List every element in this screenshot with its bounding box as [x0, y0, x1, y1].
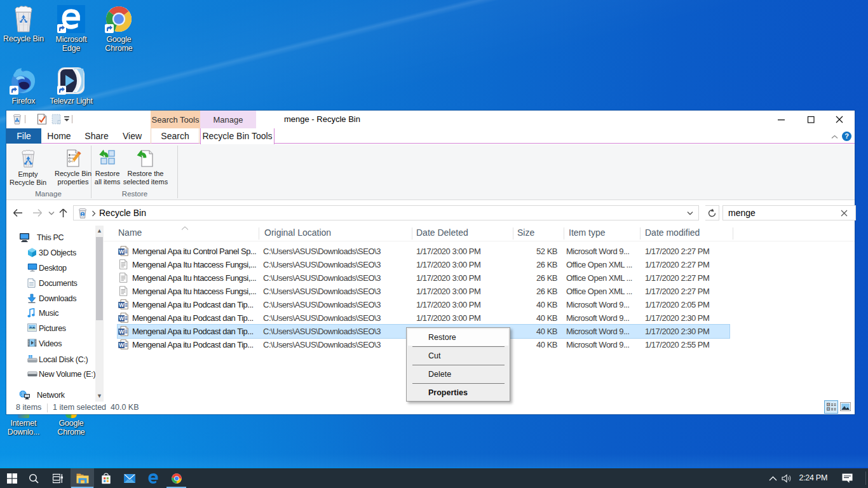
svg-text:W: W [119, 302, 124, 308]
svg-text:W: W [119, 342, 124, 348]
svg-text:W: W [119, 248, 124, 255]
svg-text:W: W [119, 315, 124, 322]
svg-text:W: W [119, 329, 124, 335]
